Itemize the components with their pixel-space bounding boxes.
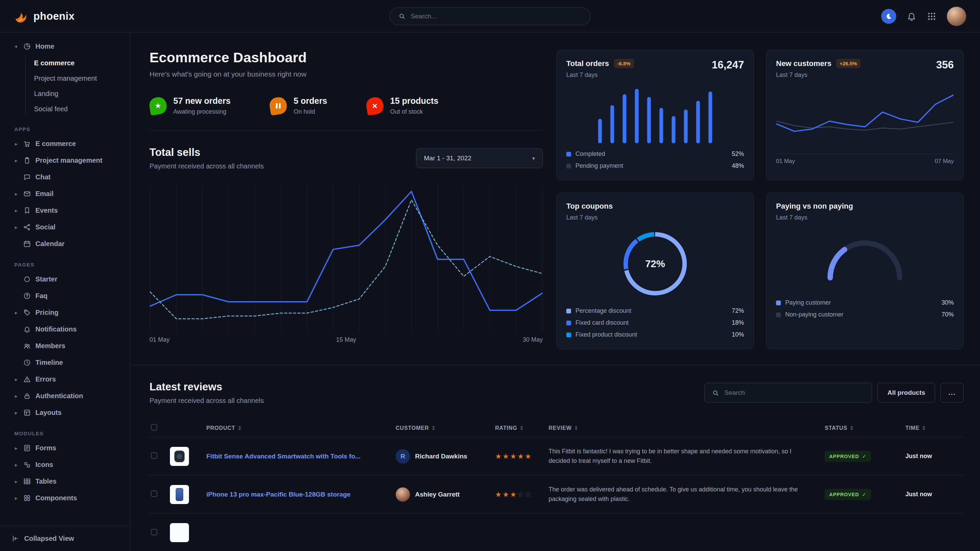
stat-new-orders: ★ 57 new orders Awating processing xyxy=(150,96,231,115)
sort-icon xyxy=(239,426,241,430)
top-coupons-card: Top coupons Last 7 days 72% Percentage d… xyxy=(557,193,754,349)
sidebar-subitem-e-commerce[interactable]: E commerce xyxy=(34,56,125,71)
col-rating[interactable]: RATING xyxy=(495,425,549,431)
row-checkbox[interactable] xyxy=(151,452,158,459)
sidebar-item-timeline[interactable]: Timeline xyxy=(5,354,125,371)
card-period: Last 7 days xyxy=(566,71,634,79)
sidebar-item-home[interactable]: ▾Home xyxy=(5,38,125,55)
select-all-checkbox[interactable] xyxy=(151,424,158,430)
sort-icon xyxy=(923,426,925,430)
reviews-search-input[interactable] xyxy=(724,389,865,397)
card-period: Last 7 days xyxy=(566,214,744,221)
row-checkbox[interactable] xyxy=(151,529,158,535)
sidebar-subitem-landing[interactable]: Landing xyxy=(34,86,125,102)
product-thumbnail[interactable] xyxy=(170,447,189,466)
theme-toggle-button[interactable] xyxy=(881,9,896,24)
customer-avatar[interactable] xyxy=(396,487,410,502)
sidebar-item-label: Components xyxy=(35,494,77,502)
product-thumbnail[interactable] xyxy=(170,485,189,504)
reviews-search[interactable] xyxy=(705,383,872,403)
paying-vs-non-paying-card: Paying vs non paying Last 7 days Paying … xyxy=(766,193,964,349)
sidebar-item-errors[interactable]: ▸Errors xyxy=(5,371,125,387)
col-customer[interactable]: CUSTOMER xyxy=(396,425,495,431)
sidebar-item-label: Icons xyxy=(35,461,53,468)
chevron-down-icon: ▾ xyxy=(14,44,19,50)
customer-avatar[interactable]: R xyxy=(396,449,410,464)
sidebar-item-calendar[interactable]: Calendar xyxy=(5,235,125,252)
legend-swatch xyxy=(566,152,571,157)
more-options-button[interactable]: ... xyxy=(940,383,964,403)
sidebar-item-label: Project management xyxy=(35,157,102,164)
sidebar-item-icons[interactable]: ▸Icons xyxy=(5,456,125,473)
sidebar-item-tables[interactable]: ▸Tables xyxy=(5,473,125,490)
pause-icon xyxy=(269,96,288,115)
sidebar-item-starter[interactable]: Starter xyxy=(5,271,125,287)
reviews-table: PRODUCT CUSTOMER RATING REVIEW STATUS TI… xyxy=(150,419,964,551)
sidebar-item-label: Members xyxy=(35,342,65,350)
apps-grid-button[interactable] xyxy=(927,11,936,21)
chevron-right-icon: ▸ xyxy=(14,141,19,147)
collapse-view-button[interactable]: Collapsed View xyxy=(0,526,130,551)
sidebar-item-notifications[interactable]: Notifications xyxy=(5,321,125,338)
sidebar-item-faq[interactable]: Faq xyxy=(5,287,125,304)
users-icon xyxy=(23,342,31,350)
product-link[interactable]: Fitbit Sense Advanced Smartwatch with To… xyxy=(206,453,396,460)
stat-orders-on-hold: 5 orders On hold xyxy=(270,96,327,115)
col-review[interactable]: REVIEW xyxy=(549,425,825,431)
rating-stars: ★★★★★ xyxy=(495,452,549,460)
donut-center-value: 72% xyxy=(623,232,687,296)
check-icon: ✓ xyxy=(862,492,867,497)
sidebar-section-label: APPS xyxy=(14,126,125,132)
chevron-right-icon: ▸ xyxy=(14,157,19,164)
sidebar-item-members[interactable]: Members xyxy=(5,338,125,354)
chevron-right-icon: ▸ xyxy=(14,208,19,214)
chevron-right-icon: ▸ xyxy=(14,495,19,501)
bell-icon xyxy=(23,326,31,333)
sidebar-item-layouts[interactable]: ▸Layouts xyxy=(5,404,125,421)
sidebar-subitem-project-management[interactable]: Project management xyxy=(34,71,125,86)
row-checkbox[interactable] xyxy=(151,491,158,497)
date-range-select[interactable]: Mar 1 - 31, 2022 ▾ xyxy=(416,148,543,168)
customer-cell[interactable]: Ashley Garrett xyxy=(396,487,495,502)
warning-icon xyxy=(23,375,31,383)
sidebar-item-forms[interactable]: ▸Forms xyxy=(5,440,125,456)
lock-icon xyxy=(23,392,31,400)
customer-name: Ashley Garrett xyxy=(415,491,460,498)
x-tick: 01 May xyxy=(150,336,170,343)
sidebar-item-email[interactable]: ▸Email xyxy=(5,186,125,202)
legend-label: Paying customer xyxy=(785,299,831,306)
user-avatar[interactable] xyxy=(947,6,966,26)
col-status[interactable]: STATUS xyxy=(825,425,905,431)
sidebar-item-pricing[interactable]: ▸Pricing xyxy=(5,304,125,321)
sidebar-subitem-social-feed[interactable]: Social feed xyxy=(34,102,125,117)
sidebar-item-events[interactable]: ▸Events xyxy=(5,202,125,219)
sidebar-item-label: Home xyxy=(35,43,54,50)
customer-cell[interactable]: RRichard Dawkins xyxy=(396,449,495,464)
global-search[interactable] xyxy=(390,8,590,25)
col-time[interactable]: TIME xyxy=(905,425,964,431)
review-time: Just now xyxy=(905,491,964,498)
card-title: Paying vs non paying xyxy=(776,202,853,211)
sidebar-item-label: Pricing xyxy=(35,309,59,316)
legend-label: Fixed product discount xyxy=(576,331,637,338)
sort-icon xyxy=(575,426,578,430)
sidebar-item-authentication[interactable]: ▸Authentication xyxy=(5,387,125,404)
sidebar-item-project-management[interactable]: ▸Project management xyxy=(5,152,125,169)
sidebar-item-social[interactable]: ▸Social xyxy=(5,219,125,235)
check-icon: ✓ xyxy=(862,454,867,459)
legend-value: 10% xyxy=(732,331,744,338)
product-link[interactable]: iPhone 13 pro max-Pacific Blue-128GB sto… xyxy=(206,491,396,498)
sidebar-item-e-commerce[interactable]: ▸E commerce xyxy=(5,135,125,152)
search-icon xyxy=(398,12,406,20)
collapse-icon xyxy=(11,535,19,543)
sidebar-item-components[interactable]: ▸Components xyxy=(5,490,125,507)
all-products-button[interactable]: All products xyxy=(878,383,935,403)
global-search-input[interactable] xyxy=(410,13,582,20)
latest-reviews-subtitle: Payment received across all channels xyxy=(150,397,264,405)
notifications-button[interactable] xyxy=(907,11,917,21)
product-thumbnail[interactable] xyxy=(170,523,189,542)
sidebar-item-label: Notifications xyxy=(35,326,76,333)
sidebar-item-chat[interactable]: Chat xyxy=(5,169,125,186)
brand[interactable]: phoenix xyxy=(14,9,75,24)
col-product[interactable]: PRODUCT xyxy=(206,425,396,431)
